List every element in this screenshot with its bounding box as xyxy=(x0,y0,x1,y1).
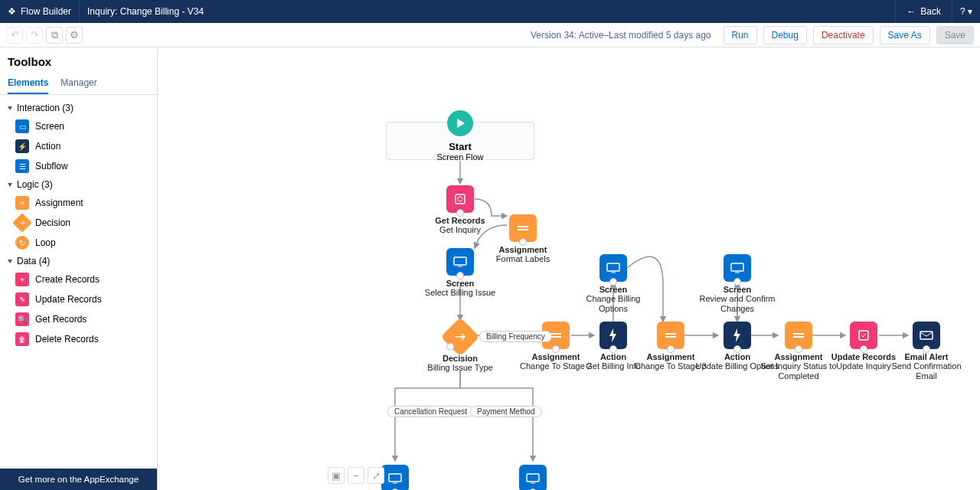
screen-icon xyxy=(519,465,547,490)
start-subtitle: Screen Flow xyxy=(387,152,534,162)
create-records-icon: ＋ xyxy=(15,273,29,286)
svg-rect-4 xyxy=(731,263,743,271)
tab-elements[interactable]: Elements xyxy=(8,73,48,94)
zoom-out-button[interactable]: − xyxy=(348,467,364,484)
action-icon xyxy=(599,322,627,349)
save-button[interactable]: Save xyxy=(936,26,974,44)
expand-button[interactable]: ⤢ xyxy=(368,467,384,484)
svg-rect-8 xyxy=(527,474,539,482)
settings-icon-button[interactable]: ⚙ xyxy=(66,27,83,44)
svg-rect-0 xyxy=(456,194,465,204)
save-as-button[interactable]: Save As xyxy=(880,26,930,44)
decision-label-payment-method: Payment Method xyxy=(470,406,542,417)
copy-button[interactable]: ⧉ xyxy=(46,27,63,44)
decision-label-cancellation: Cancellation Request xyxy=(387,406,474,417)
chevron-down-icon xyxy=(8,106,12,110)
loop-icon: ↻ xyxy=(15,236,29,250)
back-button[interactable]: ← Back xyxy=(895,0,952,23)
start-node-icon[interactable] xyxy=(447,110,473,136)
screen-icon: ▭ xyxy=(15,119,29,133)
tool-action[interactable]: ⚡Action xyxy=(14,136,154,156)
help-button[interactable]: ? ▾ xyxy=(952,0,980,23)
decision-icon xyxy=(12,213,31,232)
node-change-billing-options[interactable]: Screen Change Billing Options xyxy=(571,254,655,313)
delete-records-icon: 🗑 xyxy=(15,332,29,346)
node-select-billing-issue[interactable]: Screen Select Billing Issue xyxy=(418,248,502,298)
svg-point-1 xyxy=(458,197,462,201)
group-interaction[interactable]: Interaction (3) xyxy=(6,100,154,116)
action-icon: ⚡ xyxy=(15,139,29,153)
flow-icon: ❖ xyxy=(8,6,16,17)
version-text: Version 34: Active–Last modified 5 days … xyxy=(531,30,710,41)
get-records-icon: 🔍 xyxy=(15,312,29,326)
start-title: Start xyxy=(387,141,534,152)
tool-subflow[interactable]: ☰Subflow xyxy=(14,156,154,176)
decision-icon xyxy=(441,318,480,357)
screen-icon xyxy=(446,248,474,276)
decision-label-billing-frequency: Billing Frequency xyxy=(479,331,552,342)
update-records-icon: ✎ xyxy=(15,292,29,306)
screen-icon xyxy=(724,254,751,282)
fit-button[interactable]: ▣ xyxy=(328,467,345,484)
redo-button[interactable]: ↷ xyxy=(26,27,43,44)
email-icon xyxy=(913,322,940,349)
tool-assignment[interactable]: ＝Assignment xyxy=(14,193,154,213)
tool-screen[interactable]: ▭Screen xyxy=(14,116,154,136)
toolbox-heading: Toolbox xyxy=(0,47,157,73)
tab-manager[interactable]: Manager xyxy=(60,73,96,94)
tool-update-records[interactable]: ✎Update Records xyxy=(14,289,154,309)
tool-delete-records[interactable]: 🗑Delete Records xyxy=(14,329,154,349)
chevron-down-icon xyxy=(8,183,12,187)
tool-loop[interactable]: ↻Loop xyxy=(14,233,154,253)
screen-icon xyxy=(381,465,409,490)
action-icon xyxy=(724,322,751,349)
assignment-icon xyxy=(509,214,537,242)
group-data[interactable]: Data (4) xyxy=(6,253,154,270)
update-records-icon xyxy=(850,322,877,349)
get-records-icon xyxy=(446,185,474,213)
toolbox-sidebar: Toolbox Elements Manager Interaction (3)… xyxy=(0,47,158,490)
tool-get-records[interactable]: 🔍Get Records xyxy=(14,309,154,329)
tool-decision[interactable]: Decision xyxy=(14,213,154,233)
deactivate-button[interactable]: Deactivate xyxy=(813,26,874,44)
appexchange-link[interactable]: Get more on the AppExchange xyxy=(0,469,157,490)
debug-button[interactable]: Debug xyxy=(763,26,807,44)
tool-create-records[interactable]: ＋Create Records xyxy=(14,270,154,289)
undo-button[interactable]: ↶ xyxy=(6,27,23,44)
arrow-left-icon: ← xyxy=(906,6,916,17)
chevron-down-icon xyxy=(8,260,12,263)
node-email-alert[interactable]: Email Alert Send Confirmation Email xyxy=(884,322,969,381)
assignment-icon xyxy=(785,322,812,349)
group-logic[interactable]: Logic (3) xyxy=(6,176,154,193)
svg-rect-3 xyxy=(607,263,619,271)
subflow-icon: ☰ xyxy=(15,159,29,173)
svg-rect-2 xyxy=(454,257,466,265)
flow-canvas[interactable]: Start Screen Flow Get Records Get Inquir… xyxy=(158,47,980,490)
node-review-confirm[interactable]: Screen Review and Confirm Changes xyxy=(695,254,779,313)
app-name: ❖ Flow Builder xyxy=(0,0,80,23)
assignment-icon: ＝ xyxy=(15,196,29,210)
assignment-icon xyxy=(657,322,684,349)
svg-rect-5 xyxy=(859,331,868,340)
run-button[interactable]: Run xyxy=(724,26,757,44)
flow-title: Inquiry: Change Billing - V34 xyxy=(80,6,211,17)
node-change-payment-method[interactable]: Screen Change Payment Method xyxy=(491,465,575,490)
svg-rect-6 xyxy=(920,332,933,339)
screen-icon xyxy=(599,254,627,282)
svg-rect-7 xyxy=(389,474,401,482)
